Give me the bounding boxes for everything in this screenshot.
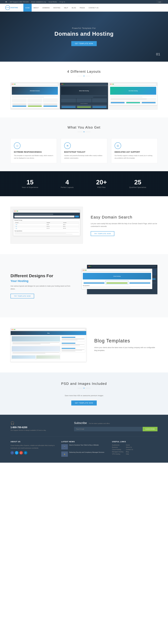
footer-link-8[interactable]: Contact Us [126, 449, 133, 450]
nav-domains[interactable]: DOMAINS [41, 4, 52, 12]
layout-card-3[interactable]: Best Web Hosting [109, 82, 158, 110]
mock-dot-r-2 [61, 84, 62, 84]
footer-link-2[interactable]: Business [112, 446, 123, 448]
footer-link-5[interactable]: VPS Hosting [112, 453, 123, 455]
mock-body-2: Better Web Hosting Cloud Solutions [60, 86, 108, 109]
domain-try-button[interactable]: TRY TEMPLATE NOW [91, 231, 114, 236]
footer-link-9[interactable]: Blog [126, 451, 133, 452]
hblp3-btn [129, 282, 150, 284]
googleplus-button[interactable]: g+ [19, 451, 23, 454]
domain-browser-mock: Domain Pricing Domain Register Transfer … [13, 210, 80, 236]
stat-number-2: 4 [61, 179, 74, 186]
hosting-try-button[interactable]: TRY TEMPLATE NOW [10, 294, 34, 298]
mpr-2 [12, 104, 26, 105]
mpb-6 [92, 106, 106, 108]
footer-link-3[interactable]: Cloud Hosting [112, 449, 123, 450]
mpr-7 [62, 106, 76, 106]
mock-row-2a [61, 96, 107, 96]
ds-input [14, 216, 75, 218]
mock-col-1c [43, 98, 58, 102]
blog-post-text-2 [12, 352, 60, 354]
mpr-10 [111, 101, 125, 102]
footer-link-7[interactable]: About Us [126, 446, 133, 448]
stat-label-4: Qualified Specialists [129, 186, 146, 188]
mock-url-3 [114, 83, 156, 85]
linkedin-button[interactable]: in [24, 451, 27, 454]
faq-row-1 [14, 232, 79, 233]
blog-widget-3 [61, 347, 85, 352]
mpb-9 [142, 102, 156, 103]
news-thumb-icon-1: 📷 [64, 446, 65, 448]
hbd-r [88, 266, 89, 267]
top-bar: ☎ 24/7 Support 1-800-700-6200 Email: mai… [0, 0, 168, 4]
logo-icon: CLOUD [5, 5, 10, 10]
blog-post-1 [12, 336, 60, 345]
psd-section: PSD and Images Included Save more than 4… [0, 372, 168, 415]
fdl-1 [78, 132, 83, 132]
stat-number-4: 25 [129, 179, 146, 186]
hbl-g [85, 270, 86, 271]
mpb-4 [62, 106, 76, 108]
mock-col-2b [77, 98, 91, 102]
subscribe-button[interactable]: SUBSCRIBE [143, 427, 158, 431]
headphone-icon: 🎧 [10, 421, 66, 425]
mpr-1 [12, 104, 26, 104]
footer: 🎧 1-800-700-6200 Our Support Service is … [0, 415, 168, 463]
layouts-title: 4 Different Layouts [10, 70, 158, 74]
layout-mock-3: Best Web Hosting [109, 82, 157, 105]
phone-icon: ☎ [5, 1, 7, 3]
nav-pages[interactable]: PAGES [78, 4, 87, 12]
mock-hero-2: Better Web Hosting [61, 87, 107, 95]
stat-label-2: Perfect Layouts [61, 186, 74, 188]
footer-link-6[interactable]: Home [126, 444, 133, 446]
blog-mini-2 [36, 355, 60, 360]
stat-number-3: 20+ [96, 179, 107, 186]
psd-cta-button[interactable]: GET TEMPLATE NOW [71, 400, 97, 406]
hosting-browser-light: Cloud Hosting [82, 269, 152, 289]
nav-home[interactable]: HOME [23, 4, 32, 12]
sw-r2 [62, 339, 84, 340]
footer-link-4[interactable]: Managed Hosting [112, 451, 123, 452]
layout-card-1[interactable]: Affordable Domains [10, 82, 59, 110]
feature-title-3: Dedicated 24/7 Support [115, 151, 154, 153]
footer-link-10[interactable]: Help [126, 453, 133, 455]
psdl-1 [78, 388, 83, 388]
footer-social: f t g+ in [10, 451, 56, 454]
nav-help[interactable]: HELP [62, 4, 70, 12]
subscribe-email-input[interactable] [74, 427, 143, 431]
hero-cta-button[interactable]: GET TEMPLATE NOW [71, 41, 97, 46]
mock-search-bar [110, 98, 156, 100]
footer-top: 🎧 1-800-700-6200 Our Support Service is … [10, 421, 158, 431]
top-bar-right: Login [156, 1, 163, 3]
nav-contact[interactable]: CONTACT US [87, 4, 100, 12]
stat-item-3: 20+ PSD Files [96, 179, 107, 188]
blog-post-2 [12, 346, 60, 354]
hosting-mock-front: Cloud Hosting [82, 269, 152, 307]
dh-row-1 [14, 214, 53, 215]
blog-section: Blog [0, 318, 168, 372]
mpb-1 [12, 106, 26, 107]
stat-label-1: Years of Experience [22, 186, 38, 188]
blog-mock-bar [11, 328, 86, 331]
bm2-img [36, 356, 60, 359]
footer-link-1[interactable]: Audiobooks [112, 444, 123, 446]
mock-pc-7 [110, 100, 125, 104]
nav-blog[interactable]: BLOG [70, 4, 78, 12]
divider-dot [84, 76, 84, 76]
blog-content: Blog Templates Inform your clients about… [94, 338, 158, 352]
hero-slide-number: 01 [156, 52, 160, 56]
twitter-button[interactable]: t [15, 451, 18, 454]
psdd [84, 388, 84, 388]
login-button[interactable]: Login [156, 1, 163, 3]
nav-hosting[interactable]: HOSTING [51, 4, 62, 12]
facebook-button[interactable]: f [10, 451, 14, 454]
layout-card-2[interactable]: Better Web Hosting Cloud Solutions [60, 82, 108, 110]
stat-item-1: 15 Years of Experience [22, 179, 38, 188]
bm-url [16, 329, 85, 330]
hero-title: Domains and Hosting [55, 30, 114, 37]
nav-about[interactable]: ABOUT [32, 4, 41, 12]
mock-dot-y-3 [111, 84, 112, 84]
blog-post-img-1 [12, 336, 60, 342]
logo-text: HOSTING [11, 7, 18, 8]
blog-mockup: Blog [10, 328, 86, 362]
